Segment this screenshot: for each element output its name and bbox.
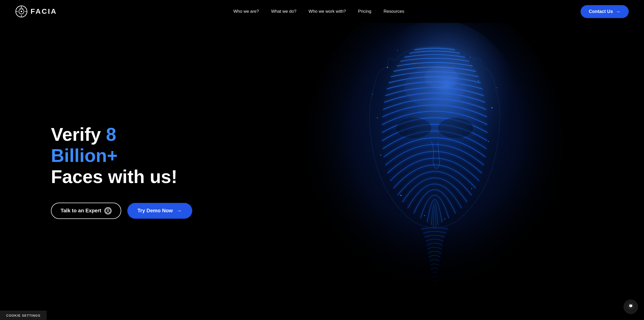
talk-to-expert-label: Talk to an Expert [61, 208, 101, 214]
try-demo-button[interactable]: Try Demo Now → [127, 203, 192, 219]
hero-visual [225, 0, 644, 320]
contact-us-button[interactable]: Contact Us → [581, 5, 629, 18]
try-demo-label: Try Demo Now [138, 208, 173, 214]
cookie-settings-label: COOKIE SETTINGS [6, 314, 40, 317]
svg-point-28 [340, 17, 529, 239]
expert-icon [104, 207, 112, 214]
cookie-settings-bar[interactable]: COOKIE SETTINGS [0, 311, 47, 320]
navbar: FACIA Who we are? What we do? Who we wor… [0, 0, 644, 23]
talk-to-expert-button[interactable]: Talk to an Expert [51, 203, 121, 219]
svg-point-30 [107, 209, 109, 211]
headline-verify: Verify [51, 124, 106, 145]
hero-section: Verify 8 Billion+ Faces with us! Talk to… [0, 0, 644, 320]
svg-point-2 [21, 11, 22, 12]
nav-who-we-are[interactable]: Who we are? [233, 9, 259, 14]
logo-icon [15, 5, 28, 18]
head-illustration [225, 0, 644, 320]
nav-links: Who we are? What we do? Who we work with… [233, 9, 404, 14]
chat-button[interactable] [624, 300, 638, 314]
logo-text: FACIA [31, 7, 57, 16]
hero-content: Verify 8 Billion+ Faces with us! Talk to… [0, 124, 178, 219]
chat-icon [627, 303, 634, 311]
nav-resources[interactable]: Resources [383, 9, 404, 14]
contact-us-label: Contact Us [589, 9, 613, 14]
hero-headline: Verify 8 Billion+ Faces with us! [51, 124, 178, 187]
nav-who-we-work-with[interactable]: Who we work with? [309, 9, 346, 14]
try-demo-arrow: → [176, 207, 182, 214]
nav-what-we-do[interactable]: What we do? [271, 9, 296, 14]
logo-link[interactable]: FACIA [15, 5, 57, 18]
hero-buttons: Talk to an Expert Try Demo Now → [51, 203, 178, 219]
nav-pricing[interactable]: Pricing [358, 9, 371, 14]
headline-faces: Faces with us! [51, 166, 177, 187]
contact-us-arrow: → [615, 9, 621, 15]
